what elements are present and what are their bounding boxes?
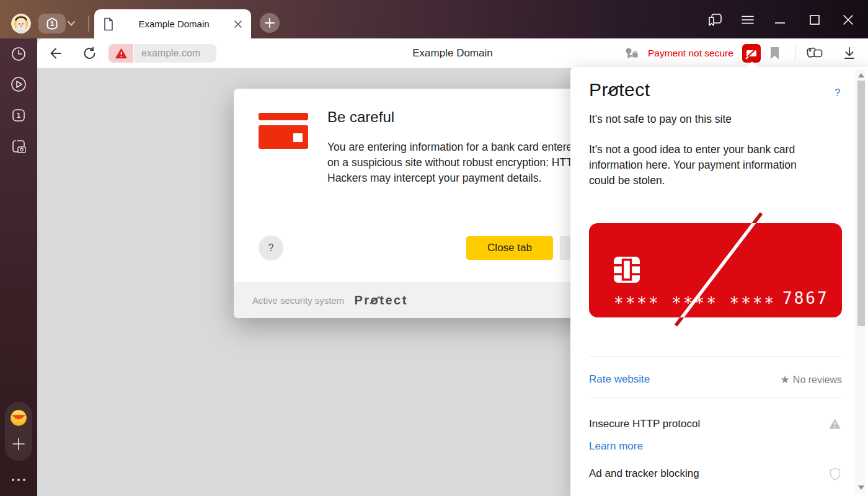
protect-alert-badge[interactable] bbox=[742, 44, 761, 63]
avatar-image bbox=[11, 14, 31, 33]
browser-window: 1 Example Domain bbox=[0, 0, 868, 496]
security-warning-badge[interactable] bbox=[108, 44, 133, 63]
dialog-body-line: You are entering information for a bank … bbox=[327, 141, 578, 154]
dialog-body-line: on a suspicious site without robust encr… bbox=[327, 156, 582, 169]
shield-icon bbox=[829, 467, 841, 480]
toolbar-divider bbox=[795, 45, 796, 61]
payment-not-secure-label[interactable]: Payment not secure bbox=[648, 38, 733, 68]
active-security-label: Active security system bbox=[252, 295, 344, 306]
card-crossed-icon bbox=[745, 47, 758, 60]
scroll-up-arrow[interactable] bbox=[858, 73, 864, 78]
collections-icon[interactable] bbox=[806, 46, 823, 61]
maximize-button[interactable] bbox=[807, 14, 822, 26]
add-shortcut-button[interactable] bbox=[7, 433, 30, 455]
side-panel-bookmark-icon[interactable] bbox=[707, 14, 722, 26]
dialog-help-button[interactable]: ? bbox=[259, 236, 283, 260]
learn-more-link[interactable]: Learn more bbox=[589, 440, 643, 453]
reload-button[interactable] bbox=[82, 46, 97, 61]
dialog-title: Be careful bbox=[327, 108, 394, 126]
toolbar: example.com Example Domain Payment not s… bbox=[37, 38, 868, 68]
address-bar[interactable]: example.com bbox=[134, 44, 216, 63]
more-options-icon[interactable] bbox=[7, 469, 30, 491]
profile-avatar[interactable] bbox=[11, 14, 31, 33]
card-last4: 7867 bbox=[782, 289, 829, 308]
scroll-down-arrow[interactable] bbox=[858, 485, 864, 490]
sidebar-tab-count: 1 bbox=[17, 112, 20, 119]
sidebar-apps-group bbox=[5, 402, 32, 461]
panel-body-line: It's not a good idea to enter your bank … bbox=[589, 143, 795, 156]
warning-triangle-icon bbox=[115, 48, 127, 59]
history-icon[interactable] bbox=[7, 43, 30, 65]
page-document-icon bbox=[103, 17, 114, 31]
browser-tab[interactable]: Example Domain bbox=[94, 9, 251, 38]
close-tab-button[interactable]: Close tab bbox=[466, 236, 553, 260]
tabstrip-divider bbox=[88, 16, 89, 32]
minimize-button[interactable] bbox=[773, 14, 787, 26]
panel-body-line: could be stolen. bbox=[589, 174, 665, 187]
protect-panel-logo: Protect bbox=[589, 79, 650, 100]
menu-icon[interactable] bbox=[740, 14, 755, 26]
url-text: example.com bbox=[141, 48, 200, 59]
tab-title: Example Domain bbox=[120, 19, 228, 29]
tabs-panel-icon[interactable]: 1 bbox=[7, 104, 30, 126]
download-icon[interactable] bbox=[843, 46, 856, 60]
tab-close-icon[interactable] bbox=[234, 20, 242, 29]
tab-count: 1 bbox=[50, 20, 54, 27]
new-tab-button[interactable] bbox=[260, 13, 280, 33]
protect-panel: Protect ? It's not safe to pay on this s… bbox=[570, 67, 868, 496]
panel-divider bbox=[589, 356, 842, 357]
tab-counter-pill[interactable]: 1 bbox=[38, 14, 66, 33]
mail-icon[interactable] bbox=[7, 407, 30, 429]
panel-body-line: information here. Your payment informati… bbox=[589, 159, 797, 172]
plus-icon bbox=[264, 17, 275, 29]
screenshot-icon[interactable] bbox=[7, 135, 30, 157]
panel-pointer-notch bbox=[746, 61, 758, 68]
insecure-http-title: Insecure HTTP protocol bbox=[589, 418, 700, 430]
reviews-summary: ★ No reviews bbox=[570, 373, 842, 386]
chevron-down-icon[interactable] bbox=[66, 19, 77, 29]
warning-grey-icon bbox=[828, 418, 841, 430]
media-play-icon[interactable] bbox=[7, 73, 30, 95]
ad-blocking-title: Ad and tracker blocking bbox=[589, 467, 699, 480]
reviews-text: No reviews bbox=[793, 374, 842, 386]
bank-card-icon bbox=[259, 113, 308, 149]
password-manager-icon[interactable] bbox=[624, 47, 640, 61]
star-icon: ★ bbox=[781, 373, 790, 386]
scrollbar-thumb[interactable] bbox=[857, 81, 865, 326]
dialog-body-line: Hackers may intercept your payment detai… bbox=[327, 172, 541, 185]
title-bar: 1 Example Domain bbox=[0, 0, 868, 38]
panel-help-link[interactable]: ? bbox=[835, 87, 840, 99]
bookmark-icon[interactable] bbox=[769, 46, 780, 60]
close-button[interactable] bbox=[841, 14, 856, 26]
back-button[interactable] bbox=[48, 46, 63, 61]
sidebar: 1 bbox=[0, 38, 37, 496]
panel-headline: It's not safe to pay on this site bbox=[589, 113, 732, 126]
blocked-card-illustration: **** **** **** 7867 bbox=[589, 215, 842, 332]
panel-divider bbox=[589, 397, 842, 397]
protect-logo: Protect bbox=[354, 293, 407, 308]
panel-scrollbar[interactable] bbox=[856, 69, 866, 494]
